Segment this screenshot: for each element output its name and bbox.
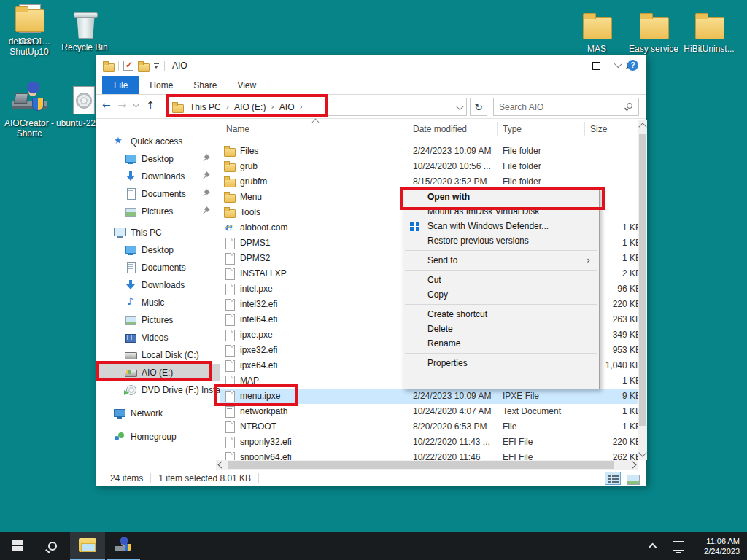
column-divider[interactable] [497, 122, 498, 136]
desktop-icon[interactable]: AIOCreator - Shortc [0, 82, 58, 139]
sidebar-item[interactable]: Desktop [96, 241, 220, 259]
context-menu-item[interactable]: Restore previous versions [403, 233, 599, 248]
refresh-button[interactable]: ↻ [470, 98, 487, 116]
help-icon[interactable]: ? [627, 60, 638, 71]
breadcrumb-item[interactable]: This PC › [187, 102, 231, 112]
sidebar-item-icon [125, 153, 136, 165]
file-row[interactable]: networkpath 10/24/2020 4:07 AM Text Docu… [220, 404, 638, 419]
horizontal-scrollbar-thumb[interactable] [228, 461, 614, 469]
chevron-right-icon[interactable]: › [268, 102, 276, 112]
sidebar-item[interactable]: AIO (E:) [96, 364, 220, 381]
search-box[interactable] [493, 98, 639, 116]
details-view-button[interactable] [605, 472, 621, 485]
chevron-right-icon[interactable]: › [298, 102, 305, 112]
sidebar-item[interactable]: Homegroup [96, 428, 220, 446]
sidebar-item[interactable]: Pictures [96, 311, 220, 329]
properties-icon[interactable] [123, 61, 133, 71]
desktop-icon[interactable]: O&O ShutUp10 [0, 0, 58, 57]
breadcrumb-item[interactable]: AIO (E:) › [231, 102, 276, 112]
sidebar-item[interactable]: Quick access [96, 133, 220, 150]
file-row[interactable]: Files 2/24/2023 10:09 AM File folder [220, 144, 638, 159]
sidebar-item[interactable]: This PC [96, 224, 220, 241]
scroll-left-icon[interactable] [218, 462, 225, 469]
sidebar-item[interactable]: Videos [96, 329, 220, 346]
desktop-icon[interactable]: MAS [568, 7, 626, 54]
column-divider[interactable] [584, 122, 585, 136]
vertical-scrollbar[interactable] [638, 120, 647, 460]
sidebar-item[interactable]: Documents [96, 259, 220, 276]
context-menu-item[interactable] [405, 270, 597, 271]
back-button[interactable]: ← [102, 99, 111, 111]
vertical-scrollbar-thumb[interactable] [639, 134, 646, 426]
customize-toolbar-icon[interactable] [153, 62, 160, 69]
file-type: IPXE File [503, 391, 539, 401]
sidebar-item[interactable]: Network [96, 405, 220, 422]
up-button[interactable]: ↑ [146, 99, 155, 111]
sidebar-item[interactable]: Downloads [96, 276, 220, 294]
ribbon-tab[interactable]: Home [139, 76, 183, 94]
sidebar-item-label: Downloads [142, 171, 185, 182]
context-menu-item[interactable]: Scan with Windows Defender... [403, 219, 599, 233]
ribbon-collapse-icon[interactable] [614, 60, 622, 68]
maximize-button[interactable] [580, 55, 613, 76]
sidebar-item[interactable]: Music [96, 294, 220, 311]
file-name: snponly64.efi [240, 452, 292, 460]
network-icon[interactable] [673, 541, 684, 551]
context-menu-item[interactable] [405, 304, 597, 305]
ribbon-tab[interactable]: Share [183, 76, 227, 94]
scroll-right-icon[interactable] [630, 462, 637, 469]
column-header-name[interactable]: Name [226, 124, 249, 134]
horizontal-scrollbar[interactable] [216, 460, 638, 470]
sidebar-item[interactable]: Downloads [96, 168, 220, 185]
tray-expand-icon[interactable] [649, 542, 657, 551]
column-divider[interactable] [406, 122, 406, 136]
sidebar-item[interactable]: DVD Drive (F:) Instal [96, 381, 220, 399]
context-menu-item[interactable]: Delete [403, 322, 599, 336]
column-header-date[interactable]: Date modified [413, 124, 467, 134]
context-menu-item[interactable]: Properties [403, 356, 599, 370]
column-header-size[interactable]: Size [590, 124, 607, 134]
desktop-icon[interactable]: HiBitUninst... [680, 7, 738, 54]
sidebar-item[interactable]: Local Disk (C:) [96, 346, 220, 364]
taskbar-aiocreator-button[interactable] [107, 532, 140, 560]
forward-button[interactable]: → [118, 99, 127, 111]
start-button[interactable] [0, 532, 35, 560]
file-row[interactable]: NTBOOT 8/20/2020 6:53 PM File 1 KB [220, 419, 638, 435]
file-row[interactable]: snponly32.efi 10/22/2020 11:43 ... EFI F… [220, 435, 638, 450]
context-menu-item[interactable] [405, 353, 597, 354]
scroll-up-icon[interactable] [638, 122, 646, 131]
desktop-icon[interactable]: Recycle Bin [55, 6, 114, 52]
recent-locations-icon[interactable] [133, 101, 140, 108]
clock[interactable]: 11:06 AM 2/24/2023 [696, 536, 747, 556]
sidebar-item[interactable]: Pictures [96, 203, 220, 220]
breadcrumb-item[interactable]: AIO › [276, 102, 305, 112]
ribbon-tab[interactable]: View [227, 76, 266, 94]
taskbar-file-explorer-button[interactable] [70, 532, 105, 560]
context-menu-item[interactable]: Open with [403, 190, 599, 204]
column-header-type[interactable]: Type [503, 124, 522, 134]
desktop-icon[interactable]: Easy service [624, 7, 683, 54]
context-menu-item[interactable]: Rename [403, 336, 599, 351]
sidebar-item[interactable]: Documents [96, 185, 220, 203]
new-folder-icon[interactable] [138, 61, 149, 71]
context-menu-item[interactable] [405, 250, 597, 251]
file-row[interactable]: menu.ipxe 2/24/2023 10:09 AM IPXE File 9… [220, 389, 638, 404]
file-row[interactable]: grub 10/24/2020 10:56 ... File folder [220, 159, 638, 174]
taskbar-search-button[interactable] [35, 532, 70, 560]
file-row[interactable]: snponly64.efi 10/22/2020 11:46 EFI File … [220, 450, 638, 460]
context-menu-item[interactable]: Create shortcut [403, 307, 599, 322]
context-menu-item[interactable]: Mount as ImDisk Virtual Disk [403, 204, 599, 219]
address-dropdown-icon[interactable] [456, 101, 464, 109]
context-menu-item[interactable]: Send to › [403, 253, 599, 268]
thumbnail-view-button[interactable] [624, 472, 640, 485]
context-menu-item[interactable]: Cut [403, 273, 599, 287]
ribbon-tab[interactable]: File [102, 76, 139, 94]
sidebar-item[interactable]: Desktop [96, 150, 220, 168]
address-bar[interactable]: This PC › AIO (E:) › AIO › [168, 98, 467, 116]
file-name: intel32.efi [240, 299, 277, 309]
minimize-button[interactable] [547, 55, 580, 76]
search-input[interactable] [494, 98, 618, 115]
context-menu-item[interactable]: Copy [403, 287, 599, 302]
chevron-right-icon[interactable]: › [224, 102, 231, 112]
scroll-down-icon[interactable] [638, 448, 646, 456]
